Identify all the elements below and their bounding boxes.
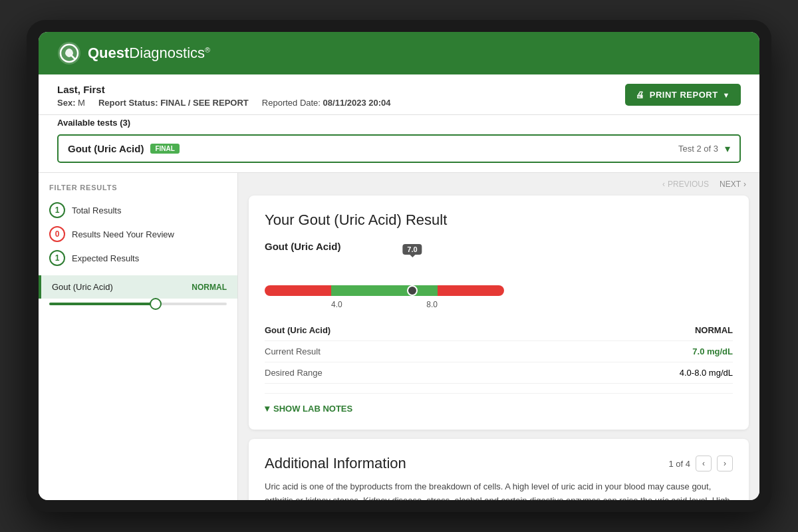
- available-tests-section: Available tests (3) Gout (Uric Acid) FIN…: [39, 115, 759, 173]
- result-subtitle: Gout (Uric Acid): [265, 241, 733, 252]
- previous-button[interactable]: ‹ PREVIOUS: [662, 180, 709, 189]
- patient-bar: Last, First Sex: M Report Status: FINAL …: [39, 74, 759, 115]
- printer-icon: 🖨: [636, 90, 645, 100]
- expected-results-label: Expected Results: [72, 253, 139, 263]
- sidebar-test-gout[interactable]: Gout (Uric Acid) NORMAL: [39, 275, 237, 299]
- logo-text: QuestDiagnostics®: [88, 45, 210, 62]
- needs-review-badge: 0: [49, 226, 65, 242]
- print-report-button[interactable]: 🖨 PRINT REPORT ▼: [625, 84, 741, 106]
- sidebar: FILTER RESULTS 1 Total Results 0 Results…: [39, 173, 238, 500]
- additional-next-button[interactable]: ›: [717, 456, 733, 471]
- additional-text: Uric acid is one of the byproducts from …: [265, 480, 733, 500]
- filter-needs-review[interactable]: 0 Results Need Your Review: [39, 222, 237, 246]
- range-low-label: 4.0: [331, 300, 342, 309]
- range-labels: 4.0 8.0: [265, 300, 504, 309]
- next-button[interactable]: NEXT ›: [720, 180, 746, 189]
- report-status-field: Report Status: FINAL / SEE REPORT: [98, 98, 249, 108]
- sidebar-test-status: NORMAL: [192, 283, 227, 292]
- chevron-down-sm-icon: ▾: [265, 403, 269, 414]
- slider-row[interactable]: [39, 299, 237, 309]
- chevron-right-icon: ›: [743, 180, 746, 189]
- chevron-left-icon: ‹: [662, 180, 665, 189]
- test-name: Gout (Uric Acid): [68, 143, 144, 154]
- result-card-title: Your Gout (Uric Acid) Result: [265, 211, 733, 229]
- dropdown-chevron-icon: ▾: [725, 142, 730, 155]
- patient-meta: Sex: M Report Status: FINAL / SEE REPORT…: [57, 98, 625, 108]
- total-results-badge: 1: [49, 202, 65, 218]
- additional-header: Additional Information 1 of 4 ‹ ›: [265, 455, 733, 472]
- reported-date-field: Reported Date: 08/11/2023 20:04: [262, 98, 391, 108]
- right-panel: ‹ PREVIOUS NEXT › Your Gout (Uric Acid) …: [238, 173, 759, 500]
- result-table-header: Gout (Uric Acid) NORMAL: [265, 320, 733, 341]
- slider-track: [49, 303, 227, 305]
- quest-logo-icon: [57, 41, 81, 65]
- slider-fill: [49, 303, 156, 305]
- status-value: NORMAL: [523, 320, 733, 341]
- logo-area: QuestDiagnostics®: [57, 41, 210, 65]
- patient-name: Last, First: [57, 84, 625, 95]
- filter-expected-results[interactable]: 1 Expected Results: [39, 246, 237, 270]
- screen: QuestDiagnostics® Last, First Sex: M Rep…: [39, 32, 759, 500]
- additional-page-label: 1 of 4: [668, 459, 690, 469]
- filter-results-title: FILTER RESULTS: [39, 184, 237, 198]
- available-tests-title: Available tests (3): [57, 118, 741, 128]
- current-result-value: 7.0 mg/dL: [523, 341, 733, 362]
- main-content: FILTER RESULTS 1 Total Results 0 Results…: [39, 173, 759, 500]
- additional-prev-button[interactable]: ‹: [696, 456, 712, 471]
- app-header: QuestDiagnostics®: [39, 32, 759, 74]
- sex-field: Sex: M: [57, 98, 85, 108]
- current-result-label: Current Result: [265, 341, 523, 362]
- needs-review-label: Results Need Your Review: [72, 229, 174, 239]
- final-badge: FINAL: [150, 144, 179, 154]
- test-position: Test 2 of 3: [678, 144, 718, 154]
- indicator-dot: [407, 285, 418, 296]
- expected-results-badge: 1: [49, 250, 65, 266]
- result-card: Your Gout (Uric Acid) Result Gout (Uric …: [249, 196, 749, 430]
- desired-range-label: Desired Range: [265, 362, 523, 384]
- current-result-row: Current Result 7.0 mg/dL: [265, 341, 733, 362]
- show-lab-notes-button[interactable]: ▾ SHOW LAB NOTES: [265, 393, 733, 414]
- range-bar-container: 7.0 4.0: [265, 263, 733, 309]
- filter-total-results[interactable]: 1 Total Results: [39, 198, 237, 222]
- result-table: Gout (Uric Acid) NORMAL Current Result 7…: [265, 320, 733, 384]
- range-red-high: [438, 285, 504, 296]
- test-selector[interactable]: Gout (Uric Acid) FINAL Test 2 of 3 ▾: [57, 134, 741, 163]
- desired-range-row: Desired Range 4.0-8.0 mg/dL: [265, 362, 733, 384]
- chevron-down-icon: ▼: [723, 91, 730, 99]
- status-test-name: Gout (Uric Acid): [265, 320, 523, 341]
- patient-info: Last, First Sex: M Report Status: FINAL …: [57, 84, 625, 108]
- total-results-label: Total Results: [72, 205, 121, 215]
- range-green-normal: [331, 285, 438, 296]
- additional-info-card: Additional Information 1 of 4 ‹ › Uric a…: [249, 439, 749, 500]
- indicator-bubble: 7.0: [402, 244, 422, 255]
- slider-thumb: [150, 298, 162, 310]
- range-high-label: 8.0: [426, 300, 438, 309]
- range-bar-wrapper: 7.0: [265, 263, 733, 296]
- nav-bar: ‹ PREVIOUS NEXT ›: [238, 173, 759, 196]
- desired-range-value: 4.0-8.0 mg/dL: [523, 362, 733, 384]
- additional-nav: 1 of 4 ‹ ›: [668, 456, 733, 471]
- range-red-low: [265, 285, 331, 296]
- additional-info-title: Additional Information: [265, 455, 406, 472]
- sidebar-test-name: Gout (Uric Acid): [52, 282, 113, 292]
- device-frame: QuestDiagnostics® Last, First Sex: M Rep…: [27, 20, 771, 512]
